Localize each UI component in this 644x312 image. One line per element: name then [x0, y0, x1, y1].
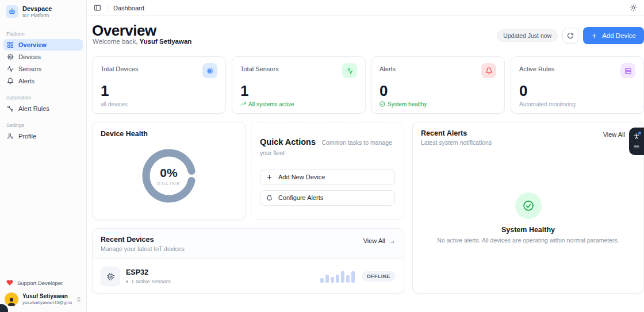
stat-label: Active Rules: [519, 63, 554, 72]
sidebar-item-sensors[interactable]: Sensors: [3, 63, 83, 75]
device-health-title: Device Health: [93, 122, 245, 138]
add-new-device-button[interactable]: Add New Device: [260, 170, 395, 185]
stat-subtitle: all devices: [101, 101, 217, 107]
quick-actions-header: Quick Actions Common tasks to manage you…: [260, 137, 395, 157]
device-name: ESP32: [126, 268, 171, 276]
sun-icon[interactable]: [630, 4, 637, 11]
configure-alerts-button[interactable]: Configure Alerts: [260, 190, 395, 206]
sidebar-item-label: Sensors: [18, 66, 41, 72]
system-healthy-message: No active alerts. All devices are operat…: [437, 237, 619, 244]
user-cog-icon: [7, 133, 14, 140]
arrow-right-icon: →: [389, 237, 396, 245]
device-health-card: Device Health 0% ONLINE: [92, 122, 246, 220]
stat-label: Total Sensors: [240, 63, 279, 72]
stat-card-active-rules: Active Rules 0 Automated monitoring: [511, 56, 644, 114]
recent-alerts-subtitle: Latest system notifications: [421, 139, 492, 146]
recent-alerts-empty-state: System Healthy No active alerts. All dev…: [413, 152, 643, 284]
stat-card-total-sensors: Total Sensors 1 All systems active: [232, 56, 366, 114]
stat-subtitle: Automated monitoring: [519, 101, 635, 107]
workflow-icon: [7, 105, 14, 112]
sidebar-nav: Platform Overview Devices Sensors: [0, 29, 86, 142]
stat-card-alerts: Alerts 0 System healthy: [371, 56, 505, 114]
support-developer-link[interactable]: Support Developer: [0, 276, 86, 289]
activity-icon: [342, 63, 357, 78]
stat-value: 1: [101, 83, 217, 99]
recent-alerts-title: Recent Alerts: [421, 129, 492, 137]
avatar: [5, 292, 18, 306]
accessibility-widget: [629, 128, 644, 155]
nav-section-label-settings: Settings: [0, 120, 86, 130]
chevrons-up-down-icon: [76, 296, 82, 302]
divider: [107, 5, 108, 11]
user-email: yusufsetiyawan45@gmail.c...: [22, 300, 72, 306]
panel-left-icon[interactable]: [94, 4, 101, 11]
recent-devices-title: Recent Devices: [101, 236, 185, 244]
sidebar-item-profile[interactable]: Profile: [3, 130, 83, 142]
system-healthy-title: System Healthy: [501, 226, 555, 234]
header-actions: Updated Just now Add Device: [497, 27, 644, 44]
donut-caption: ONLINE: [157, 181, 181, 186]
accessibility-icon[interactable]: [633, 133, 640, 140]
server-icon: [620, 63, 635, 78]
plus-icon: [266, 174, 273, 180]
device-health-donut-chart: 0% ONLINE: [140, 147, 198, 205]
gear-icon: [7, 53, 14, 60]
topbar: Dashboard: [87, 0, 644, 16]
recent-alerts-card: Recent Alerts Latest system notification…: [412, 122, 644, 294]
add-device-button[interactable]: Add Device: [583, 27, 644, 44]
stat-label: Alerts: [379, 63, 396, 72]
sidebar-item-label: Overview: [18, 41, 47, 48]
bell-icon: [481, 63, 496, 78]
sidebar: Devspace IoT Platform Platform Overview …: [0, 0, 87, 312]
stat-label: Total Devices: [101, 63, 138, 72]
device-meta: 1 active sensors: [126, 278, 171, 284]
breadcrumb[interactable]: Dashboard: [113, 5, 144, 11]
recent-devices-view-all-link[interactable]: View All →: [363, 236, 396, 245]
welcome-text: Welcome back, Yusuf Setiyawan: [93, 38, 191, 45]
recent-devices-subtitle: Manage your latest IoT devices: [101, 245, 185, 252]
trending-up-icon: [240, 101, 246, 107]
heart-icon: [6, 279, 13, 286]
notification-dot: [638, 132, 641, 134]
nav-section-label-platform: Platform: [0, 29, 86, 38]
refresh-button[interactable]: [562, 28, 578, 44]
sidebar-footer: Support Developer Yusuf Setiyawan yusufs…: [0, 273, 86, 312]
dashboard-grid-icon: [7, 41, 14, 48]
status-badge: OFFLINE: [362, 271, 396, 282]
sidebar-item-overview[interactable]: Overview: [3, 39, 83, 51]
activity-icon: [7, 66, 14, 72]
support-developer-label: Support Developer: [17, 280, 63, 286]
stat-subtitle: All systems active: [240, 101, 357, 107]
nav-section-label-automation: Automation: [0, 93, 86, 102]
check-circle-icon: [515, 192, 542, 219]
sidebar-item-alert-rules[interactable]: Alert Rules: [3, 103, 83, 114]
sidebar-item-label: Profile: [18, 133, 36, 140]
brand[interactable]: Devspace IoT Platform: [0, 0, 86, 23]
bell-icon: [7, 78, 14, 84]
stat-value: 0: [379, 83, 496, 99]
sidebar-item-label: Alert Rules: [18, 105, 49, 112]
page-title: Overview: [92, 22, 156, 40]
sidebar-item-devices[interactable]: Devices: [3, 51, 83, 63]
quick-actions-card: Quick Actions Common tasks to manage you…: [251, 122, 404, 220]
menu-icon[interactable]: [633, 143, 640, 150]
brand-subtitle: IoT Platform: [22, 13, 52, 18]
bell-icon: [266, 195, 273, 201]
stat-card-total-devices: Total Devices 1 all devices: [92, 56, 226, 114]
brand-name: Devspace: [22, 5, 52, 13]
plus-icon: [591, 33, 597, 39]
device-row-esp32[interactable]: ESP32 1 active sensors OFFLINE: [93, 259, 404, 294]
quick-actions-title: Quick Actions: [260, 137, 316, 147]
sidebar-item-alerts[interactable]: Alerts: [3, 75, 83, 87]
user-name: Yusuf Setiyawan: [22, 293, 72, 300]
user-menu[interactable]: Yusuf Setiyawan yusufsetiyawan45@gmail.c…: [0, 289, 86, 309]
status-dot: [126, 280, 128, 283]
stat-subtitle: System healthy: [379, 101, 496, 107]
sidebar-item-label: Devices: [18, 53, 41, 60]
check-circle-icon: [379, 101, 385, 107]
recent-devices-card: Recent Devices Manage your latest IoT de…: [92, 228, 404, 294]
stat-value: 0: [519, 83, 635, 99]
robot-icon: [6, 5, 18, 18]
sidebar-item-label: Alerts: [18, 78, 34, 84]
updated-badge: Updated Just now: [497, 29, 558, 42]
